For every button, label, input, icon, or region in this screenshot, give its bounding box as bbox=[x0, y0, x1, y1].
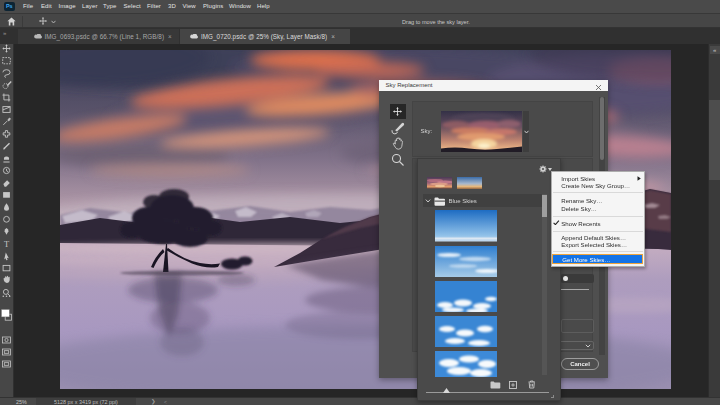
svg-text:T: T bbox=[4, 238, 10, 248]
